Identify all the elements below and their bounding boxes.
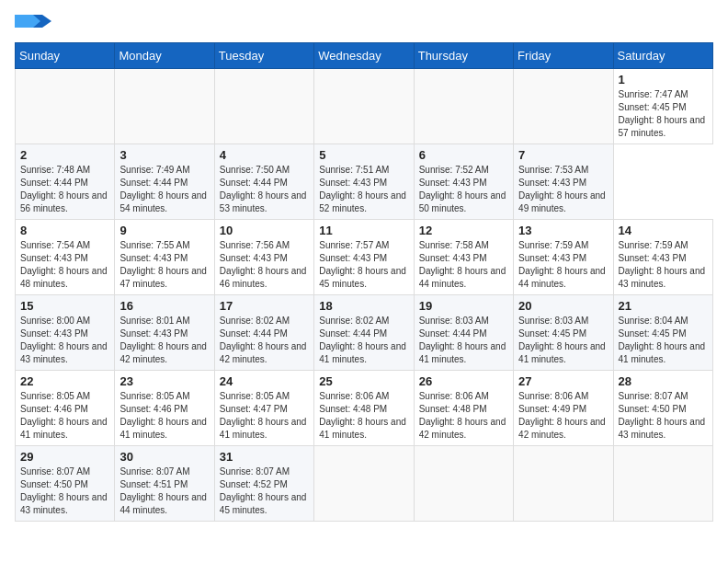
calendar-week-row: 8Sunrise: 7:54 AMSunset: 4:43 PMDaylight…: [16, 220, 713, 295]
calendar-empty-cell: [514, 69, 613, 144]
day-info: Sunrise: 8:07 AMSunset: 4:52 PMDaylight:…: [220, 465, 309, 517]
weekday-header-friday: Friday: [514, 43, 613, 69]
calendar-empty-cell: [414, 446, 513, 522]
day-number: 28: [619, 374, 708, 388]
day-number: 14: [619, 224, 708, 237]
calendar-day-cell: 29Sunrise: 8:07 AMSunset: 4:50 PMDayligh…: [16, 446, 115, 522]
calendar-day-cell: 15Sunrise: 8:00 AMSunset: 4:43 PMDayligh…: [16, 295, 115, 371]
day-info: Sunrise: 7:47 AMSunset: 4:45 PMDaylight:…: [619, 88, 708, 140]
day-info: Sunrise: 8:05 AMSunset: 4:47 PMDaylight:…: [220, 390, 309, 442]
day-info: Sunrise: 8:03 AMSunset: 4:45 PMDaylight:…: [518, 315, 608, 366]
calendar-empty-cell: [613, 446, 712, 522]
calendar-empty-cell: [314, 446, 414, 522]
day-info: Sunrise: 7:55 AMSunset: 4:43 PMDaylight:…: [119, 239, 209, 291]
weekday-header-monday: Monday: [115, 43, 214, 69]
day-info: Sunrise: 8:00 AMSunset: 4:43 PMDaylight:…: [20, 315, 109, 366]
calendar-day-cell: 27Sunrise: 8:06 AMSunset: 4:49 PMDayligh…: [514, 371, 613, 446]
calendar-day-cell: 18Sunrise: 8:02 AMSunset: 4:44 PMDayligh…: [314, 295, 414, 371]
day-info: Sunrise: 7:48 AMSunset: 4:44 PMDaylight:…: [20, 164, 109, 215]
day-info: Sunrise: 8:05 AMSunset: 4:46 PMDaylight:…: [119, 390, 209, 442]
day-info: Sunrise: 8:02 AMSunset: 4:44 PMDaylight:…: [319, 315, 408, 366]
day-info: Sunrise: 8:03 AMSunset: 4:44 PMDaylight:…: [419, 315, 508, 366]
calendar-day-cell: 19Sunrise: 8:03 AMSunset: 4:44 PMDayligh…: [414, 295, 513, 371]
page-header: [15, 15, 713, 31]
day-info: Sunrise: 8:07 AMSunset: 4:51 PMDaylight:…: [119, 465, 209, 517]
day-number: 8: [20, 224, 109, 237]
calendar-empty-cell: [414, 69, 513, 144]
calendar-day-cell: 25Sunrise: 8:06 AMSunset: 4:48 PMDayligh…: [314, 371, 414, 446]
day-number: 19: [419, 299, 508, 313]
calendar-week-row: 29Sunrise: 8:07 AMSunset: 4:50 PMDayligh…: [16, 446, 713, 522]
day-info: Sunrise: 7:59 AMSunset: 4:43 PMDaylight:…: [518, 239, 608, 291]
calendar-header-row: SundayMondayTuesdayWednesdayThursdayFrid…: [16, 43, 713, 69]
day-info: Sunrise: 7:56 AMSunset: 4:43 PMDaylight:…: [220, 239, 309, 291]
day-number: 30: [119, 450, 209, 464]
calendar-day-cell: 7Sunrise: 7:53 AMSunset: 4:43 PMDaylight…: [514, 144, 613, 220]
calendar-day-cell: 4Sunrise: 7:50 AMSunset: 4:44 PMDaylight…: [214, 144, 313, 220]
day-number: 17: [220, 299, 309, 313]
day-number: 7: [518, 148, 608, 162]
day-info: Sunrise: 7:50 AMSunset: 4:44 PMDaylight:…: [220, 164, 309, 215]
calendar-empty-cell: [115, 69, 214, 144]
day-number: 20: [518, 299, 608, 313]
day-info: Sunrise: 8:06 AMSunset: 4:48 PMDaylight:…: [319, 390, 408, 442]
day-number: 22: [20, 374, 109, 388]
calendar-day-cell: 2Sunrise: 7:48 AMSunset: 4:44 PMDaylight…: [16, 144, 115, 220]
day-number: 3: [119, 148, 209, 162]
day-number: 13: [518, 224, 608, 237]
day-info: Sunrise: 8:02 AMSunset: 4:44 PMDaylight:…: [220, 315, 309, 366]
day-info: Sunrise: 7:57 AMSunset: 4:43 PMDaylight:…: [319, 239, 408, 291]
day-info: Sunrise: 7:59 AMSunset: 4:43 PMDaylight:…: [619, 239, 708, 291]
day-number: 9: [119, 224, 209, 237]
calendar-week-row: 22Sunrise: 8:05 AMSunset: 4:46 PMDayligh…: [16, 371, 713, 446]
logo-icon: [15, 15, 51, 28]
weekday-header-saturday: Saturday: [613, 43, 712, 69]
calendar-day-cell: 8Sunrise: 7:54 AMSunset: 4:43 PMDaylight…: [16, 220, 115, 295]
day-number: 25: [319, 374, 408, 388]
day-number: 4: [220, 148, 309, 162]
day-number: 29: [20, 450, 109, 464]
calendar-day-cell: 13Sunrise: 7:59 AMSunset: 4:43 PMDayligh…: [514, 220, 613, 295]
day-number: 27: [518, 374, 608, 388]
day-number: 24: [220, 374, 309, 388]
calendar-day-cell: 12Sunrise: 7:58 AMSunset: 4:43 PMDayligh…: [414, 220, 513, 295]
day-info: Sunrise: 8:05 AMSunset: 4:46 PMDaylight:…: [20, 390, 109, 442]
calendar-day-cell: 16Sunrise: 8:01 AMSunset: 4:43 PMDayligh…: [115, 295, 214, 371]
calendar-day-cell: 3Sunrise: 7:49 AMSunset: 4:44 PMDaylight…: [115, 144, 214, 220]
day-info: Sunrise: 7:58 AMSunset: 4:43 PMDaylight:…: [419, 239, 508, 291]
weekday-header-wednesday: Wednesday: [314, 43, 414, 69]
calendar-day-cell: 14Sunrise: 7:59 AMSunset: 4:43 PMDayligh…: [613, 220, 712, 295]
calendar-day-cell: 17Sunrise: 8:02 AMSunset: 4:44 PMDayligh…: [214, 295, 313, 371]
calendar-empty-cell: [16, 69, 115, 144]
day-info: Sunrise: 8:06 AMSunset: 4:49 PMDaylight:…: [518, 390, 608, 442]
day-info: Sunrise: 8:04 AMSunset: 4:45 PMDaylight:…: [619, 315, 708, 366]
calendar-day-cell: 6Sunrise: 7:52 AMSunset: 4:43 PMDaylight…: [414, 144, 513, 220]
calendar-day-cell: 20Sunrise: 8:03 AMSunset: 4:45 PMDayligh…: [514, 295, 613, 371]
calendar-day-cell: 22Sunrise: 8:05 AMSunset: 4:46 PMDayligh…: [16, 371, 115, 446]
day-info: Sunrise: 7:51 AMSunset: 4:43 PMDaylight:…: [319, 164, 408, 215]
day-info: Sunrise: 7:52 AMSunset: 4:43 PMDaylight:…: [419, 164, 508, 215]
weekday-header-tuesday: Tuesday: [214, 43, 313, 69]
calendar-week-row: 1Sunrise: 7:47 AMSunset: 4:45 PMDaylight…: [16, 69, 713, 144]
calendar-day-cell: 23Sunrise: 8:05 AMSunset: 4:46 PMDayligh…: [115, 371, 214, 446]
day-info: Sunrise: 7:49 AMSunset: 4:44 PMDaylight:…: [119, 164, 209, 215]
day-number: 18: [319, 299, 408, 313]
calendar-empty-cell: [314, 69, 414, 144]
calendar-day-cell: 1Sunrise: 7:47 AMSunset: 4:45 PMDaylight…: [613, 69, 712, 144]
day-info: Sunrise: 8:07 AMSunset: 4:50 PMDaylight:…: [20, 465, 109, 517]
calendar-table: SundayMondayTuesdayWednesdayThursdayFrid…: [15, 42, 713, 522]
day-number: 23: [119, 374, 209, 388]
day-number: 15: [20, 299, 109, 313]
calendar-day-cell: 11Sunrise: 7:57 AMSunset: 4:43 PMDayligh…: [314, 220, 414, 295]
calendar-day-cell: 31Sunrise: 8:07 AMSunset: 4:52 PMDayligh…: [214, 446, 313, 522]
day-info: Sunrise: 7:53 AMSunset: 4:43 PMDaylight:…: [518, 164, 608, 215]
calendar-empty-cell: [514, 446, 613, 522]
calendar-day-cell: 5Sunrise: 7:51 AMSunset: 4:43 PMDaylight…: [314, 144, 414, 220]
calendar-day-cell: 24Sunrise: 8:05 AMSunset: 4:47 PMDayligh…: [214, 371, 313, 446]
weekday-header-sunday: Sunday: [16, 43, 115, 69]
weekday-header-thursday: Thursday: [414, 43, 513, 69]
day-number: 2: [20, 148, 109, 162]
day-number: 12: [419, 224, 508, 237]
day-number: 10: [220, 224, 309, 237]
day-info: Sunrise: 8:06 AMSunset: 4:48 PMDaylight:…: [419, 390, 508, 442]
